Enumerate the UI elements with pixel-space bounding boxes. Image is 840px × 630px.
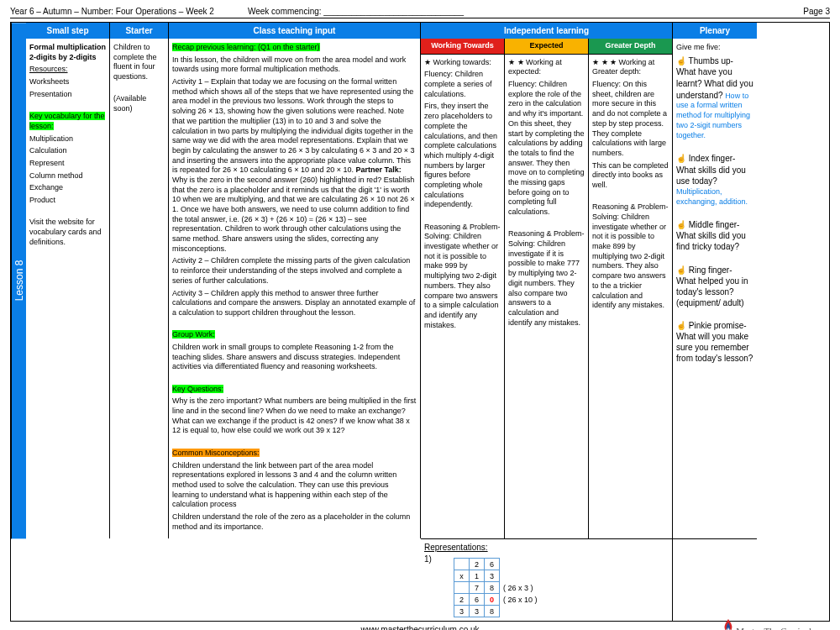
starter-cell: Children to complete the fluent in four … <box>110 39 169 538</box>
key-questions-heading: Key Questions: <box>172 385 223 393</box>
footer-url: www.masterthecurriculum.co.uk <box>360 625 479 630</box>
gd-header: Greater Depth <box>589 39 672 55</box>
teaching-cell: Recap previous learning: (Q1 on the star… <box>169 39 421 538</box>
column-multiplication-table: 26 x13 78( 26 x 3 ) 260( 26 x 10 ) 338 <box>454 558 538 617</box>
page-header: Year 6 – Autumn – Number: Four Operation… <box>10 7 830 18</box>
doc-title: Year 6 – Autumn – Number: Four Operation… <box>10 7 214 16</box>
wt-header: Working Towards <box>421 39 504 55</box>
representations-cell: Representations: 1) 26 x13 78( 26 x 3 ) … <box>421 538 673 621</box>
page-footer: www.masterthecurriculum.co.uk Master The… <box>10 625 830 630</box>
activity-2: Activity 2 – Children complete the missi… <box>172 256 417 286</box>
expected-header: Expected <box>505 39 588 55</box>
resources-heading: Resources: <box>29 65 68 73</box>
vocab-item: Represent <box>29 159 106 169</box>
ring-item: ☝ Ring finger- What helped you in today'… <box>676 265 753 308</box>
wt-fluency: Fluency: Children complete a series of c… <box>424 70 501 99</box>
index-item: ☝ Index finger- What skills did you use … <box>676 154 746 186</box>
page-number: Page 3 <box>803 7 830 16</box>
misconception-1: Children understand the link between par… <box>172 461 417 510</box>
lesson-number-cell: Lesson 8 <box>11 23 26 538</box>
vocab-heading: Key vocabulary for the lesson: <box>29 112 105 130</box>
gd-fluency-note: This can be completed directly into book… <box>592 161 669 191</box>
misconception-2: Children understand the role of the zero… <box>172 512 417 532</box>
starter-text: Children to complete the fluent in four … <box>113 43 165 82</box>
col-independent: Independent learning <box>421 23 673 39</box>
starter-availability: (Available soon) <box>113 94 165 113</box>
col-teaching: Class teaching input <box>169 23 421 39</box>
activity-1: Activity 1 – Explain that today we are f… <box>172 77 417 254</box>
recap-body: In this lesson, the children will move o… <box>172 55 417 75</box>
resource-item: Worksheets <box>29 77 106 87</box>
wt-star-label: ★ Working towards: <box>424 58 501 68</box>
plan-grid: Lesson 8 Small step Starter Class teachi… <box>10 22 830 622</box>
representations-heading: Representations: <box>424 543 488 552</box>
flame-icon <box>722 619 734 630</box>
plenary-cell: Give me five: ☝ Thumbs up- What have you… <box>673 39 757 538</box>
step-title: Formal multiplication 2-digits by 2-digi… <box>29 43 106 61</box>
smallstep-cell: Formal multiplication 2-digits by 2-digi… <box>26 39 110 538</box>
group-work-body: Children work in small groups to complet… <box>172 343 417 372</box>
col-smallstep: Small step <box>26 23 110 39</box>
recap-heading: Recap previous learning: (Q1 on the star… <box>172 43 320 51</box>
expected-cell: Expected ★ ★ Working at expected: Fluenc… <box>505 39 589 538</box>
week-commencing: Week commencing: _______________________… <box>248 7 464 16</box>
col-starter: Starter <box>110 23 169 39</box>
vocab-item: Column method <box>29 171 106 181</box>
exp-reasoning: Reasoning & Problem-Solving: Children in… <box>508 229 585 328</box>
brand-logo: Master The Curriculum <box>722 619 823 630</box>
key-questions-body: Why is the zero important? What numbers … <box>172 396 417 436</box>
vocab-website-note: Visit the website for vocabulary cards a… <box>29 218 106 247</box>
misconceptions-heading: Common Misconceptions: <box>172 449 260 457</box>
wt-fluency-detail: Firs, they insert the zero placeholders … <box>424 102 501 210</box>
gd-fluency: Fluency: On this sheet, children are mor… <box>592 80 669 159</box>
lesson-plan-page: Year 6 – Autumn – Number: Four Operation… <box>0 0 840 630</box>
greater-depth-cell: Greater Depth ★ ★ ★ Working at Greater d… <box>589 39 673 538</box>
vocab-item: Multiplication <box>29 134 106 144</box>
activity-3: Activity 3 – Children apply this method … <box>172 289 417 318</box>
exp-fluency: Fluency: Children explore the role of th… <box>508 80 585 218</box>
vocab-item: Exchange <box>29 183 106 193</box>
resource-item: Presentation <box>29 90 106 100</box>
gd-star-label: ★ ★ ★ Working at Greater depth: <box>592 58 669 77</box>
wt-reasoning: Reasoning & Problem-Solving: Children in… <box>424 223 501 331</box>
rep-number: 1) <box>424 554 432 564</box>
vocab-item: Calculation <box>29 146 106 156</box>
middle-item: ☝ Middle finger- What skills did you fin… <box>676 219 753 252</box>
gd-reasoning: Reasoning & Problem-Solving: Children in… <box>592 202 669 311</box>
plenary-filler <box>673 538 757 621</box>
pinkie-item: ☝ Pinkie promise- What will you make sur… <box>676 320 753 364</box>
vocab-item: Product <box>29 196 106 206</box>
working-towards-cell: Working Towards ★ Working towards: Fluen… <box>421 39 505 538</box>
group-work-heading: Group Work: <box>172 330 215 339</box>
exp-star-label: ★ ★ Working at expected: <box>508 58 585 77</box>
plenary-intro: Give me five: <box>676 43 753 53</box>
index-answer: Multiplication, exchanging, addition. <box>676 187 748 206</box>
col-plenary: Plenary <box>673 23 757 39</box>
